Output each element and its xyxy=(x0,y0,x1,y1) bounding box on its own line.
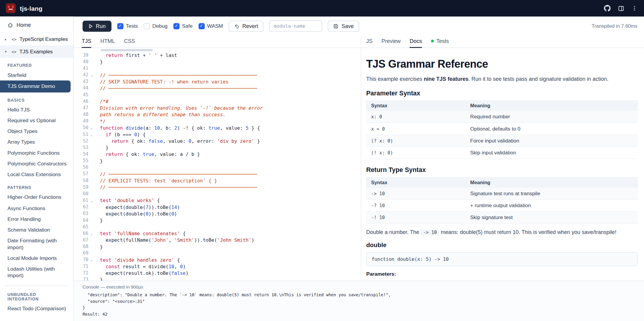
docs-note: Double a number. The -> 10 means: double… xyxy=(366,229,638,235)
sidebar-item-local-module-imports[interactable]: Local Module Imports xyxy=(0,253,73,263)
code-line[interactable]: 51⌄ if (b === 0) { xyxy=(73,131,361,138)
meaning-cell: Skip input validation xyxy=(465,147,638,159)
tab-css[interactable]: CSS xyxy=(124,38,135,48)
code-line[interactable]: 48path returns a different shape than su… xyxy=(73,111,361,118)
sidebar-item-react-todo-comparison[interactable]: React Todo (Comparison) xyxy=(0,303,73,314)
table-row: (? x: 0)Force input validation xyxy=(366,135,638,147)
sidebar-item-error-handling[interactable]: Error Handling xyxy=(0,214,73,224)
fold-chevron-icon[interactable]: ⌄ xyxy=(88,197,95,204)
sidebar-item-starfield[interactable]: Starfield xyxy=(0,70,73,80)
code-line[interactable]: 59// ───────────────────────────────────… xyxy=(73,184,361,191)
code-line[interactable]: 61⌄test 'double works' { xyxy=(73,197,361,204)
code-line[interactable]: 72 expect(result.ok).toBe(false) xyxy=(73,270,361,277)
code-text: // ─────────────────────────────────────… xyxy=(100,72,257,78)
code-text: test 'double works' { xyxy=(100,197,160,204)
sidebar-item-home[interactable]: Home xyxy=(0,16,73,33)
line-number: 46 xyxy=(73,98,88,105)
docs-note-text: Double a number. The xyxy=(366,229,421,235)
code-line[interactable]: 53 } xyxy=(73,145,361,151)
revert-button[interactable]: Revert xyxy=(229,21,264,32)
code-line[interactable]: 58// EXPLICIT TESTS: test 'description' … xyxy=(73,177,361,184)
code-line[interactable]: 46/*# xyxy=(73,98,361,105)
checkbox-label: WASM xyxy=(207,23,223,29)
code-text: /*# xyxy=(100,98,109,105)
tab-docs[interactable]: Docs xyxy=(410,38,422,48)
checkbox-tests[interactable]: ✓Tests xyxy=(117,23,138,29)
sidebar-item-hello-tjs[interactable]: Hello TJS xyxy=(0,104,73,115)
code-line[interactable]: 43// SKIP SIGNATURE TEST: -! when return… xyxy=(73,78,361,85)
overflow-menu-icon[interactable] xyxy=(631,5,637,11)
code-line[interactable]: 47Division with error handling. Uses `-!… xyxy=(73,105,361,111)
code-line[interactable]: 40} xyxy=(73,59,361,65)
sidebar-item-array-types[interactable]: Array Types xyxy=(0,137,73,148)
code-line[interactable]: 67 expect(fullName('John', 'Smith')).toB… xyxy=(73,237,361,244)
github-icon[interactable] xyxy=(604,5,611,12)
code-line[interactable]: 42⌄// ──────────────────────────────────… xyxy=(73,72,361,78)
run-button[interactable]: Run xyxy=(83,21,112,32)
sidebar-item-schema-validation[interactable]: Schema Validation xyxy=(0,224,73,235)
panel-layout-icon[interactable] xyxy=(618,5,624,11)
sidebar-item-async-functions[interactable]: Async Functions xyxy=(0,203,73,214)
sidebar-item-higher-order-functions[interactable]: Higher-Order Functions xyxy=(0,192,73,203)
code-line[interactable]: 56 xyxy=(73,164,361,171)
meaning-cell: Optional, defaults to 0 xyxy=(465,123,638,135)
code-line[interactable]: 71 const result = divide(10, 0) xyxy=(73,263,361,270)
code-text: } xyxy=(100,244,103,250)
checkbox-debug[interactable]: Debug xyxy=(144,23,168,29)
code-line[interactable]: 45 xyxy=(73,92,361,98)
tab-js[interactable]: JS xyxy=(366,38,372,48)
code-line[interactable]: 54 return { ok: true, value: a / b } xyxy=(73,151,361,158)
line-number: 44 xyxy=(73,85,88,92)
sidebar-group-typescript-examples[interactable]: ▸<>TypeScript Examples xyxy=(0,33,73,46)
code-line[interactable]: 55} xyxy=(73,158,361,164)
code-line[interactable]: 73} xyxy=(73,277,361,281)
horizontal-scrollbar-thumb[interactable] xyxy=(101,49,153,51)
code-line[interactable]: 41 xyxy=(73,65,361,72)
module-name-input[interactable] xyxy=(269,20,322,32)
sidebar-item-tjs-grammar-demo[interactable]: TJS Grammar Demo xyxy=(0,80,71,92)
sidebar-item-local-class-extensions[interactable]: Local Class Extensions xyxy=(0,169,73,180)
tab-preview[interactable]: Preview xyxy=(382,38,401,48)
code-editor[interactable]: 39 return first + ' ' + last40}4142⌄// ─… xyxy=(73,48,361,281)
code-line[interactable]: 66⌄test 'fullName concatenates' { xyxy=(73,230,361,237)
code-line[interactable]: 39 return first + ' ' + last xyxy=(73,52,361,58)
code-line[interactable]: 65 xyxy=(73,224,361,230)
code-line[interactable]: 49*/ xyxy=(73,118,361,125)
sidebar-item-date-formatting-with-import[interactable]: Date Formatting (with import) xyxy=(0,235,73,253)
tab-html[interactable]: HTML xyxy=(100,38,115,48)
code-line[interactable]: 50⌄function divide(a: 10, b: 2) -! { ok:… xyxy=(73,125,361,131)
code-line[interactable]: 69 xyxy=(73,250,361,257)
tab-tjs[interactable]: TJS xyxy=(82,38,91,48)
sidebar-item-required-vs-optional[interactable]: Required vs Optional xyxy=(0,115,73,126)
sidebar-group-label: TypeScript Examples xyxy=(19,36,68,42)
sidebar-item-polymorphic-constructors[interactable]: Polymorphic Constructors xyxy=(0,158,73,169)
code-line[interactable]: 52 return { ok: false, value: 0, error: … xyxy=(73,138,361,144)
sidebar-item-object-types[interactable]: Object Types xyxy=(0,126,73,137)
fold-chevron-icon[interactable]: ⌄ xyxy=(88,131,95,138)
sidebar-section-title: UNBUNDLED INTEGRATION xyxy=(0,287,73,303)
code-line[interactable]: 62 expect(double(7)).toBe(14) xyxy=(73,204,361,210)
sidebar-item-lodash-utilities-with-import[interactable]: Lodash Utilities (with import) xyxy=(0,264,73,281)
code-line[interactable]: 64} xyxy=(73,217,361,224)
fold-chevron-icon[interactable]: ⌄ xyxy=(88,257,95,263)
sidebar-group-tjs-examples[interactable]: ▾<>TJS Examples xyxy=(0,45,73,58)
code-line[interactable]: 60 xyxy=(73,191,361,197)
code-line[interactable]: 44// ───────────────────────────────────… xyxy=(73,85,361,92)
line-number: 58 xyxy=(73,177,88,184)
save-button[interactable]: Save xyxy=(328,21,359,32)
fold-chevron-icon[interactable]: ⌄ xyxy=(88,230,95,237)
code-line[interactable]: 70⌄test 'divide handles zero' { xyxy=(73,257,361,263)
checkbox-wasm[interactable]: ✓WASM xyxy=(198,23,223,29)
code-line[interactable]: 68} xyxy=(73,244,361,250)
fold-chevron-icon[interactable]: ⌄ xyxy=(88,125,95,131)
fold-chevron-icon[interactable]: ⌄ xyxy=(88,72,95,78)
tab-tests[interactable]: Tests xyxy=(431,38,449,48)
checkbox-safe[interactable]: ✓Safe xyxy=(173,23,193,29)
line-number: 49 xyxy=(73,118,88,125)
code-line[interactable]: 57// ───────────────────────────────────… xyxy=(73,171,361,177)
code-line[interactable]: 63 expect(double(0)).toBe(0) xyxy=(73,210,361,217)
sidebar-item-polymorphic-functions[interactable]: Polymorphic Functions xyxy=(0,148,73,158)
docs-intro-text: This example exercises xyxy=(366,76,424,82)
right-panel-tabs: JSPreviewDocsTests xyxy=(361,35,644,48)
fold-spacer xyxy=(88,145,95,151)
